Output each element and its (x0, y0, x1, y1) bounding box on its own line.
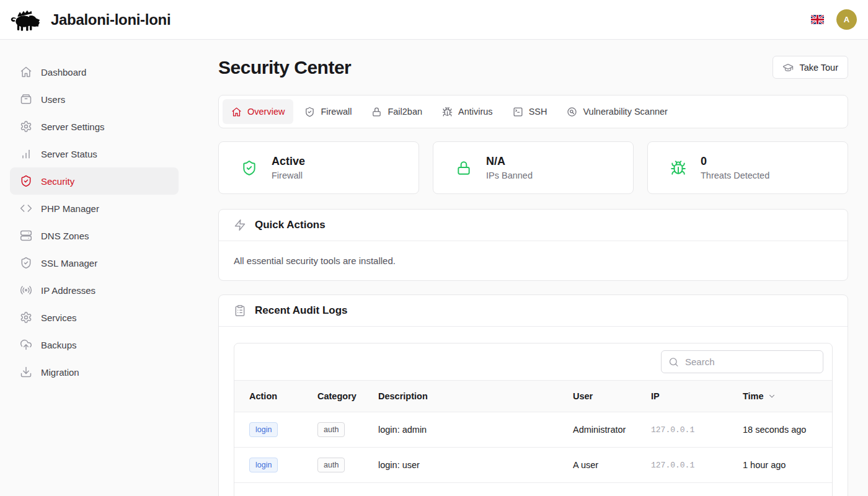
cell-time: 1 hour ago (743, 460, 817, 470)
brand[interactable]: Jabaloni-loni-loni (10, 8, 170, 32)
sidebar-item-services[interactable]: Services (10, 304, 179, 331)
action-badge: login (249, 422, 278, 437)
cell-ip: 127.0.0.1 (651, 461, 743, 470)
security-tabs: Overview Firewall Fail2ban Antivirus SSH… (218, 95, 848, 128)
sidebar-item-backups[interactable]: Backups (10, 331, 179, 358)
sidebar-item-dns-zones[interactable]: DNS Zones (10, 222, 179, 249)
column-header-ip[interactable]: IP (651, 391, 743, 401)
card-label: Threats Detected (701, 170, 769, 180)
column-header-action[interactable]: Action (249, 391, 317, 401)
lock-icon (371, 107, 382, 117)
table-row[interactable]: login auth login: admin Administrator 12… (234, 412, 832, 448)
radio-waves-icon (20, 284, 32, 296)
code-icon (20, 202, 32, 215)
category-badge: auth (317, 458, 345, 472)
cell-description: login: user (378, 460, 573, 470)
tab-vulnerability-scanner[interactable]: Vulnerability Scanner (558, 99, 676, 124)
app-title: Jabaloni-loni-loni (51, 11, 170, 29)
column-header-category[interactable]: Category (317, 391, 378, 401)
shield-check-icon (241, 160, 257, 176)
sidebar-item-dashboard[interactable]: Dashboard (10, 58, 179, 86)
user-avatar[interactable]: A (836, 9, 857, 30)
shield-check-icon (20, 175, 32, 187)
topbar: Jabaloni-loni-loni A (0, 0, 868, 40)
shield-check-icon (304, 107, 315, 117)
bar-chart-icon (20, 148, 32, 160)
page-title: Security Center (218, 57, 351, 78)
main-content: Security Center Take Tour Overview Firew… (188, 40, 868, 496)
sidebar-item-security[interactable]: Security (10, 167, 179, 195)
sidebar-item-label: Server Status (41, 149, 97, 159)
sidebar-item-php-manager[interactable]: PHP Manager (10, 195, 179, 222)
sidebar-item-users[interactable]: Users (10, 86, 179, 113)
sidebar-item-server-status[interactable]: Server Status (10, 140, 179, 167)
cell-user: A user (573, 460, 651, 470)
status-card-ips-banned: N/A IPs Banned (433, 141, 634, 194)
take-tour-button[interactable]: Take Tour (773, 56, 848, 79)
home-icon (231, 107, 242, 117)
column-header-time[interactable]: Time (743, 391, 817, 401)
table-header-row: Action Category Description User IP Time (234, 380, 832, 412)
sidebar-item-label: SSL Manager (41, 258, 97, 268)
sidebar-item-label: Services (41, 312, 77, 323)
audit-logs-title: Recent Audit Logs (255, 304, 348, 317)
clipboard-icon (234, 304, 246, 317)
column-header-description[interactable]: Description (378, 391, 573, 401)
chevron-down-icon (768, 392, 776, 401)
card-value: 0 (701, 155, 769, 168)
card-value: N/A (486, 155, 533, 168)
tab-antivirus[interactable]: Antivirus (433, 99, 502, 124)
search-input[interactable] (661, 350, 823, 373)
quick-actions-message: All essential security tools are install… (219, 241, 848, 280)
sidebar-item-label: Backups (41, 340, 77, 350)
uk-flag-icon[interactable] (811, 15, 824, 24)
cell-time: 18 seconds ago (743, 425, 817, 435)
sidebar-item-label: Users (41, 94, 65, 105)
cell-description: login: admin (378, 425, 573, 435)
gear-icon (20, 311, 32, 324)
table-row-partial (234, 483, 832, 496)
search-icon (668, 356, 679, 367)
bug-icon (442, 107, 453, 117)
lightning-icon (234, 219, 246, 231)
lock-icon (456, 160, 472, 176)
bug-icon (670, 160, 686, 176)
tab-overview[interactable]: Overview (223, 99, 293, 124)
download-icon (20, 366, 32, 378)
quick-actions-panel: Quick Actions All essential security too… (218, 209, 848, 281)
sidebar-item-label: Dashboard (41, 67, 86, 78)
quick-actions-title: Quick Actions (255, 219, 326, 231)
sidebar-item-ip-addresses[interactable]: IP Addresses (10, 277, 179, 304)
card-label: IPs Banned (486, 170, 533, 180)
sidebar-item-server-settings[interactable]: Server Settings (10, 113, 179, 140)
tab-ssh[interactable]: SSH (504, 99, 556, 124)
action-badge: login (249, 458, 278, 472)
sidebar-item-label: Server Settings (41, 122, 105, 132)
tab-fail2ban[interactable]: Fail2ban (363, 99, 431, 124)
scan-search-icon (567, 107, 577, 117)
audit-logs-panel: Recent Audit Logs Action Category Descri… (218, 294, 848, 496)
status-card-firewall: Active Firewall (218, 141, 419, 194)
sidebar-item-label: PHP Manager (41, 203, 99, 214)
sidebar-item-ssl-manager[interactable]: SSL Manager (10, 249, 179, 277)
sidebar-item-label: IP Addresses (41, 285, 95, 296)
card-value: Active (272, 155, 305, 168)
boar-logo-icon (10, 8, 43, 32)
category-badge: auth (317, 422, 345, 437)
graduation-cap-icon (782, 62, 794, 73)
table-row[interactable]: login auth login: user A user 127.0.0.1 … (234, 448, 832, 483)
sidebar-item-label: Migration (41, 367, 79, 378)
sidebar-item-migration[interactable]: Migration (10, 358, 179, 386)
cell-user: Administrator (573, 425, 651, 435)
server-icon (20, 229, 32, 242)
cloud-upload-icon (20, 339, 32, 351)
tab-firewall[interactable]: Firewall (296, 99, 360, 124)
sidebar-item-label: DNS Zones (41, 231, 89, 241)
column-header-user[interactable]: User (573, 391, 651, 401)
drawer-icon (20, 93, 32, 105)
audit-table: Action Category Description User IP Time… (234, 343, 833, 496)
shield-check-icon (20, 257, 32, 269)
home-icon (20, 66, 32, 78)
sidebar-item-label: Security (41, 176, 74, 187)
gear-icon (20, 120, 32, 133)
